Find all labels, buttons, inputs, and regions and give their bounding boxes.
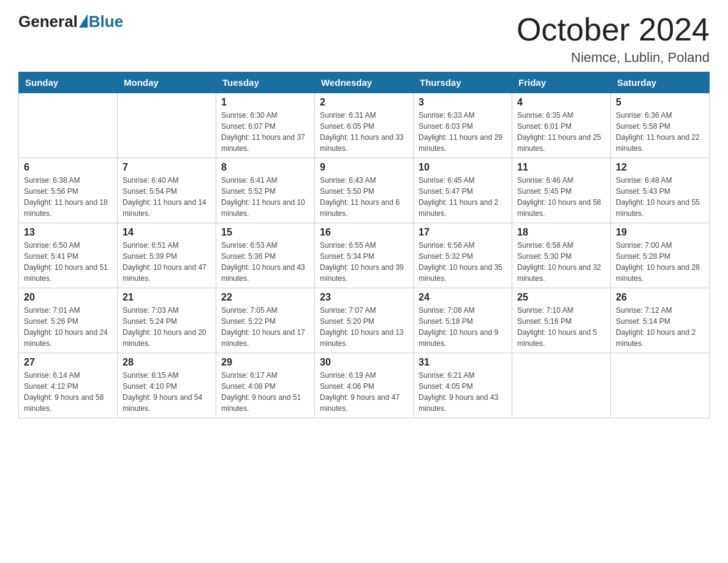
calendar-cell: 7Sunrise: 6:40 AMSunset: 5:54 PMDaylight…	[118, 158, 216, 223]
calendar-cell: 2Sunrise: 6:31 AMSunset: 6:05 PMDaylight…	[315, 93, 414, 158]
day-number: 26	[616, 292, 704, 303]
day-info: Sunrise: 6:48 AMSunset: 5:43 PMDaylight:…	[616, 175, 704, 219]
day-number: 22	[221, 292, 309, 303]
calendar-cell: 19Sunrise: 7:00 AMSunset: 5:28 PMDayligh…	[611, 223, 710, 288]
calendar-cell: 17Sunrise: 6:56 AMSunset: 5:32 PMDayligh…	[414, 223, 512, 288]
month-title: October 2024	[517, 12, 710, 47]
day-info: Sunrise: 6:43 AMSunset: 5:50 PMDaylight:…	[320, 175, 408, 219]
day-info: Sunrise: 7:08 AMSunset: 5:18 PMDaylight:…	[419, 305, 507, 349]
day-info: Sunrise: 7:12 AMSunset: 5:14 PMDaylight:…	[616, 305, 704, 349]
calendar-cell: 30Sunrise: 6:19 AMSunset: 4:06 PMDayligh…	[315, 353, 414, 418]
day-number: 23	[320, 292, 408, 303]
weekday-header-sunday: Sunday	[19, 72, 118, 93]
calendar-cell: 1Sunrise: 6:30 AMSunset: 6:07 PMDaylight…	[216, 93, 315, 158]
calendar-cell: 5Sunrise: 6:36 AMSunset: 5:58 PMDaylight…	[611, 93, 710, 158]
day-info: Sunrise: 7:03 AMSunset: 5:24 PMDaylight:…	[123, 305, 211, 349]
day-number: 4	[517, 97, 605, 108]
day-info: Sunrise: 6:36 AMSunset: 5:58 PMDaylight:…	[616, 110, 704, 154]
day-info: Sunrise: 6:56 AMSunset: 5:32 PMDaylight:…	[419, 240, 507, 284]
calendar-cell	[512, 353, 611, 418]
day-info: Sunrise: 6:50 AMSunset: 5:41 PMDaylight:…	[24, 240, 112, 284]
day-info: Sunrise: 6:38 AMSunset: 5:56 PMDaylight:…	[24, 175, 112, 219]
calendar-week-3: 13Sunrise: 6:50 AMSunset: 5:41 PMDayligh…	[19, 223, 710, 288]
day-number: 31	[419, 357, 507, 368]
day-number: 11	[517, 162, 605, 173]
day-number: 17	[419, 227, 507, 238]
day-number: 29	[221, 357, 309, 368]
day-info: Sunrise: 6:14 AMSunset: 4:12 PMDaylight:…	[24, 370, 112, 414]
calendar-cell: 27Sunrise: 6:14 AMSunset: 4:12 PMDayligh…	[19, 353, 118, 418]
calendar-cell: 23Sunrise: 7:07 AMSunset: 5:20 PMDayligh…	[315, 288, 414, 353]
day-info: Sunrise: 6:21 AMSunset: 4:05 PMDaylight:…	[419, 370, 507, 414]
weekday-header-friday: Friday	[512, 72, 611, 93]
calendar-table: SundayMondayTuesdayWednesdayThursdayFrid…	[18, 72, 710, 418]
calendar-cell: 21Sunrise: 7:03 AMSunset: 5:24 PMDayligh…	[118, 288, 216, 353]
day-number: 20	[24, 292, 112, 303]
day-info: Sunrise: 7:00 AMSunset: 5:28 PMDaylight:…	[616, 240, 704, 284]
calendar-week-1: 1Sunrise: 6:30 AMSunset: 6:07 PMDaylight…	[19, 93, 710, 158]
day-number: 18	[517, 227, 605, 238]
calendar-cell: 12Sunrise: 6:48 AMSunset: 5:43 PMDayligh…	[611, 158, 710, 223]
day-number: 8	[221, 162, 309, 173]
calendar-cell: 25Sunrise: 7:10 AMSunset: 5:16 PMDayligh…	[512, 288, 611, 353]
day-info: Sunrise: 6:45 AMSunset: 5:47 PMDaylight:…	[419, 175, 507, 219]
calendar-cell: 8Sunrise: 6:41 AMSunset: 5:52 PMDaylight…	[216, 158, 315, 223]
calendar-cell: 10Sunrise: 6:45 AMSunset: 5:47 PMDayligh…	[414, 158, 512, 223]
day-info: Sunrise: 6:33 AMSunset: 6:03 PMDaylight:…	[419, 110, 507, 154]
day-info: Sunrise: 7:10 AMSunset: 5:16 PMDaylight:…	[517, 305, 605, 349]
calendar-cell	[19, 93, 118, 158]
day-number: 2	[320, 97, 408, 108]
day-info: Sunrise: 6:15 AMSunset: 4:10 PMDaylight:…	[123, 370, 211, 414]
day-number: 12	[616, 162, 704, 173]
day-info: Sunrise: 6:19 AMSunset: 4:06 PMDaylight:…	[320, 370, 408, 414]
calendar-week-5: 27Sunrise: 6:14 AMSunset: 4:12 PMDayligh…	[19, 353, 710, 418]
calendar-cell: 16Sunrise: 6:55 AMSunset: 5:34 PMDayligh…	[315, 223, 414, 288]
weekday-header-tuesday: Tuesday	[216, 72, 315, 93]
calendar-cell: 24Sunrise: 7:08 AMSunset: 5:18 PMDayligh…	[414, 288, 512, 353]
day-info: Sunrise: 6:31 AMSunset: 6:05 PMDaylight:…	[320, 110, 408, 154]
day-info: Sunrise: 6:46 AMSunset: 5:45 PMDaylight:…	[517, 175, 605, 219]
day-number: 15	[221, 227, 309, 238]
calendar-cell	[611, 353, 710, 418]
day-info: Sunrise: 6:55 AMSunset: 5:34 PMDaylight:…	[320, 240, 408, 284]
day-info: Sunrise: 6:30 AMSunset: 6:07 PMDaylight:…	[221, 110, 309, 154]
calendar-cell: 28Sunrise: 6:15 AMSunset: 4:10 PMDayligh…	[118, 353, 216, 418]
logo-triangle-icon	[79, 14, 88, 28]
calendar-week-4: 20Sunrise: 7:01 AMSunset: 5:26 PMDayligh…	[19, 288, 710, 353]
day-number: 9	[320, 162, 408, 173]
calendar-cell	[118, 93, 216, 158]
day-number: 16	[320, 227, 408, 238]
calendar-cell: 14Sunrise: 6:51 AMSunset: 5:39 PMDayligh…	[118, 223, 216, 288]
day-number: 27	[24, 357, 112, 368]
calendar-cell: 4Sunrise: 6:35 AMSunset: 6:01 PMDaylight…	[512, 93, 611, 158]
location-title: Niemce, Lublin, Poland	[517, 50, 710, 66]
day-info: Sunrise: 6:58 AMSunset: 5:30 PMDaylight:…	[517, 240, 605, 284]
logo-blue-text: Blue	[89, 12, 123, 31]
day-info: Sunrise: 7:01 AMSunset: 5:26 PMDaylight:…	[24, 305, 112, 349]
day-number: 25	[517, 292, 605, 303]
calendar-cell: 31Sunrise: 6:21 AMSunset: 4:05 PMDayligh…	[414, 353, 512, 418]
weekday-header-row: SundayMondayTuesdayWednesdayThursdayFrid…	[19, 72, 710, 93]
day-number: 1	[221, 97, 309, 108]
day-info: Sunrise: 6:17 AMSunset: 4:08 PMDaylight:…	[221, 370, 309, 414]
day-number: 24	[419, 292, 507, 303]
page-header: General Blue October 2024 Niemce, Lublin…	[18, 12, 710, 66]
day-number: 13	[24, 227, 112, 238]
day-info: Sunrise: 6:40 AMSunset: 5:54 PMDaylight:…	[123, 175, 211, 219]
calendar-cell: 11Sunrise: 6:46 AMSunset: 5:45 PMDayligh…	[512, 158, 611, 223]
day-number: 10	[419, 162, 507, 173]
calendar-cell: 6Sunrise: 6:38 AMSunset: 5:56 PMDaylight…	[19, 158, 118, 223]
day-info: Sunrise: 7:07 AMSunset: 5:20 PMDaylight:…	[320, 305, 408, 349]
calendar-week-2: 6Sunrise: 6:38 AMSunset: 5:56 PMDaylight…	[19, 158, 710, 223]
calendar-cell: 20Sunrise: 7:01 AMSunset: 5:26 PMDayligh…	[19, 288, 118, 353]
calendar-cell: 13Sunrise: 6:50 AMSunset: 5:41 PMDayligh…	[19, 223, 118, 288]
calendar-cell: 29Sunrise: 6:17 AMSunset: 4:08 PMDayligh…	[216, 353, 315, 418]
day-number: 3	[419, 97, 507, 108]
calendar-cell: 3Sunrise: 6:33 AMSunset: 6:03 PMDaylight…	[414, 93, 512, 158]
calendar-cell: 22Sunrise: 7:05 AMSunset: 5:22 PMDayligh…	[216, 288, 315, 353]
day-number: 14	[123, 227, 211, 238]
day-number: 21	[123, 292, 211, 303]
day-number: 6	[24, 162, 112, 173]
day-info: Sunrise: 6:51 AMSunset: 5:39 PMDaylight:…	[123, 240, 211, 284]
day-number: 7	[123, 162, 211, 173]
